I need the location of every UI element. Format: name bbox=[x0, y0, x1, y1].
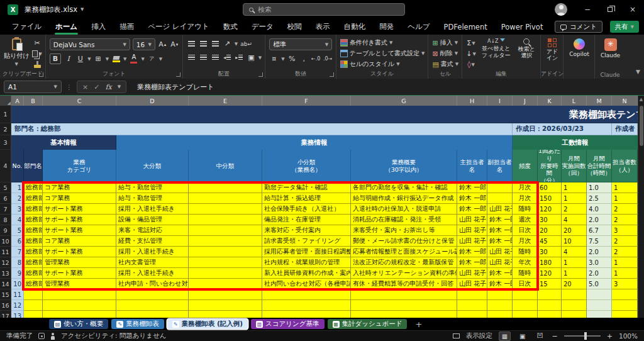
orientation-button[interactable]: ↗ bbox=[223, 38, 232, 49]
row-header[interactable]: 13 bbox=[0, 268, 11, 279]
cell-desc[interactable] bbox=[351, 300, 457, 311]
cell-cnt[interactable] bbox=[562, 289, 587, 300]
column-title[interactable]: 業務概要 （30字以内） bbox=[351, 150, 457, 182]
cell-large[interactable] bbox=[116, 300, 189, 311]
cell-small[interactable] bbox=[262, 289, 351, 300]
name-box[interactable]: A1▼ bbox=[4, 81, 62, 93]
addins-button[interactable]: アド イン bbox=[545, 38, 560, 62]
cell-dept[interactable] bbox=[24, 311, 43, 318]
cell-hours[interactable] bbox=[587, 311, 612, 318]
column-title[interactable]: 中分類 bbox=[189, 150, 262, 182]
cell-dept[interactable]: 総務部 bbox=[24, 268, 43, 279]
cell-people[interactable] bbox=[612, 311, 638, 318]
sheet-tab[interactable]: ✎業務棚卸表 (記入例) bbox=[167, 319, 248, 329]
cell-no[interactable]: 3 bbox=[11, 204, 24, 215]
cell-dept[interactable]: 総務部 bbox=[24, 215, 43, 225]
cell-cnt[interactable] bbox=[562, 311, 587, 318]
comments-button[interactable]: コメント bbox=[555, 21, 602, 33]
cell-no[interactable]: 8 bbox=[11, 257, 24, 268]
page-layout-view-button[interactable]: ▣ bbox=[517, 332, 528, 340]
cell-dept[interactable]: 総務部 bbox=[24, 247, 43, 257]
row-header[interactable]: 5 bbox=[0, 182, 11, 193]
cell-sub[interactable]: 鈴木 一郎 bbox=[487, 268, 513, 279]
column-header-M[interactable]: M bbox=[587, 96, 612, 106]
cell-small[interactable]: 社内規程・就業規則の管理 bbox=[262, 257, 351, 268]
cell-cat[interactable]: サポート業務 bbox=[43, 225, 116, 236]
clear-button[interactable]: ◊▼ bbox=[466, 60, 476, 69]
cell-small[interactable]: 社内問い合わせ対応（各種申請） bbox=[262, 279, 351, 289]
cell-main[interactable]: 鈴木 一郎 bbox=[457, 204, 487, 215]
close-button[interactable]: × bbox=[621, 0, 644, 19]
cell-large[interactable]: 社内申請・問い合わせ対応 bbox=[116, 279, 189, 289]
cell-freq[interactable] bbox=[513, 289, 538, 300]
increase-indent-button[interactable]: ▸ bbox=[235, 52, 244, 63]
cell-people[interactable]: 3 bbox=[612, 225, 638, 236]
cell-desc[interactable]: 消耗品の在庫確認・発注・受領 bbox=[351, 215, 457, 225]
cell-desc[interactable]: 郵便・メール請求書の仕分けと保管 bbox=[351, 236, 457, 247]
cell-dept[interactable]: 総務部 bbox=[24, 257, 43, 268]
column-title[interactable]: 副担当者名 bbox=[487, 150, 513, 182]
cell-min[interactable]: 150 bbox=[538, 193, 562, 204]
cell-min[interactable]: 30 bbox=[538, 247, 562, 257]
display-settings[interactable]: 表示設定 bbox=[466, 332, 492, 340]
row-header[interactable]: 10 bbox=[0, 236, 11, 247]
cell-cat[interactable] bbox=[43, 311, 116, 318]
workbook-title[interactable]: 業務棚卸表.xlsx ▼ bbox=[25, 5, 84, 14]
column-header-G[interactable]: G bbox=[351, 96, 457, 106]
sheet-tab[interactable]: ▦集計ダッシュボード bbox=[328, 319, 408, 329]
zoom-slider[interactable] bbox=[564, 335, 601, 337]
cell-hours[interactable]: 7.5 bbox=[587, 236, 612, 247]
column-header-B[interactable]: B bbox=[24, 96, 43, 106]
italic-button[interactable]: I bbox=[64, 53, 73, 64]
dept-name-cell[interactable]: 部門名：総務部 bbox=[11, 123, 513, 135]
sheet-tab[interactable]: ▥スコアリング基準 bbox=[251, 319, 324, 329]
cell-sub[interactable]: 山田 花子 bbox=[487, 257, 513, 268]
accessibility-status[interactable]: アクセシビリティ: 問題ありません bbox=[61, 332, 167, 340]
cell-freq[interactable]: 月次 bbox=[513, 182, 538, 193]
cell-main[interactable]: 鈴木 一郎 bbox=[457, 247, 487, 257]
row-header[interactable]: 6 bbox=[0, 193, 11, 204]
search-box[interactable]: 検索 bbox=[243, 3, 405, 16]
shrink-font-button[interactable]: A▾ bbox=[170, 39, 179, 50]
column-header-H[interactable]: H bbox=[457, 96, 487, 106]
column-title[interactable]: 月間 実施回数 （回） bbox=[562, 150, 587, 182]
increase-decimal-button[interactable]: ←.0 bbox=[311, 53, 321, 64]
cell-no[interactable]: 10 bbox=[11, 279, 24, 289]
zoom-out-button[interactable]: − bbox=[552, 332, 558, 340]
ribbon-tab-Power Pivot[interactable]: Power Pivot bbox=[494, 20, 550, 34]
excel-app-icon[interactable]: X bbox=[8, 4, 18, 15]
cell-cnt[interactable]: 20 bbox=[562, 225, 587, 236]
column-header-J[interactable]: J bbox=[513, 96, 538, 106]
decrease-decimal-button[interactable]: .0→ bbox=[323, 53, 333, 64]
column-header-L[interactable]: L bbox=[562, 96, 587, 106]
column-header-E[interactable]: E bbox=[189, 96, 262, 106]
ribbon-tab-データ[interactable]: データ bbox=[245, 20, 280, 34]
cell-min[interactable]: 120 bbox=[538, 268, 562, 279]
column-header-K[interactable]: K bbox=[538, 96, 562, 106]
cell-desc[interactable]: 有休・経費精算等の申請受付・回答 bbox=[351, 279, 457, 289]
dialog-launcher-icon[interactable] bbox=[258, 72, 263, 77]
cell-hours[interactable]: 6.7 bbox=[587, 225, 612, 236]
cell-dept[interactable]: 総務部 bbox=[24, 225, 43, 236]
column-title[interactable]: 担当者数 （人） bbox=[612, 150, 638, 182]
phonetic-guide-button[interactable]: ア bbox=[147, 53, 157, 64]
autosum-button[interactable]: Σ▼ bbox=[466, 38, 476, 48]
cell-cat[interactable]: 管理業務 bbox=[43, 279, 116, 289]
grow-font-button[interactable]: A▴ bbox=[158, 39, 167, 50]
cell-cat[interactable]: サポート業務 bbox=[43, 215, 116, 225]
cell-cat[interactable]: コア業務 bbox=[43, 193, 116, 204]
cell-min[interactable]: 30 bbox=[538, 215, 562, 225]
cell-desc[interactable]: 応募者情報整理と面接スケジュール調整 bbox=[351, 247, 457, 257]
cell-main[interactable] bbox=[457, 311, 487, 318]
cell-hours[interactable]: 2.0 bbox=[587, 247, 612, 257]
dialog-launcher-icon[interactable] bbox=[39, 72, 43, 77]
cell-desc[interactable]: 入退社時の社保加入・脱退申請 bbox=[351, 204, 457, 215]
cell-mid[interactable] bbox=[189, 193, 262, 204]
cell-cat[interactable]: 管理業務 bbox=[43, 257, 116, 268]
cell-no[interactable]: 12 bbox=[11, 300, 24, 311]
sheet-tab[interactable]: ▤使い方・概要 bbox=[49, 319, 108, 329]
cell-mid[interactable] bbox=[189, 215, 262, 225]
cell-large[interactable]: 給与・勤怠管理 bbox=[116, 193, 189, 204]
formula-input[interactable]: 業務棚卸表テンプレート bbox=[137, 82, 214, 92]
cell-cnt[interactable]: 4 bbox=[562, 215, 587, 225]
